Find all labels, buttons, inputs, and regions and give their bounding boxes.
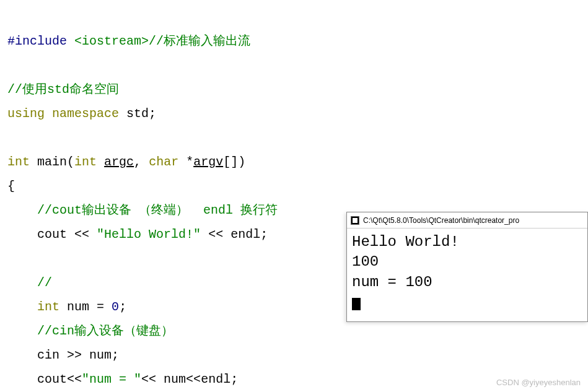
identifier-num: num [164,372,186,386]
identifier-cin: cin [37,348,59,362]
number-literal: 0 [112,300,119,314]
comment: // [37,276,52,290]
code-line: cout << "Hello World!" << endl; [7,227,268,242]
keyword-int: int [37,300,59,314]
terminal-titlebar[interactable]: C:\Qt\Qt5.8.0\Tools\QtCreator\bin\qtcrea… [347,212,587,229]
brace-open: { [7,179,15,193]
terminal-window[interactable]: C:\Qt\Qt5.8.0\Tools\QtCreator\bin\qtcrea… [346,212,588,322]
keyword-namespace: namespace [52,107,119,121]
terminal-title: C:\Qt\Qt5.8.0\Tools\QtCreator\bin\qtcrea… [363,216,519,225]
function-main: main [37,155,67,169]
identifier-num: num [67,300,89,314]
operator: >> [67,348,82,362]
operator: << [141,372,156,386]
code-line: using namespace std; [7,107,156,121]
param-argc: argc [104,155,134,169]
terminal-output[interactable]: Hello World! 100 num = 100 [347,229,587,321]
code-line: int num = 0; [7,300,126,314]
operator: << [74,227,89,242]
identifier-num: num [89,348,112,362]
code-line: cout<<"num = "<< num<<endl; [7,372,238,386]
identifier-std: std [126,107,149,121]
terminal-cursor [352,298,361,310]
include-header: <iostream> [74,34,149,48]
code-line: cin >> num; [7,348,119,362]
terminal-line: num = 100 [352,274,432,290]
code-line: int main(int argc, char *argv[]) [7,155,245,169]
comment: //cin输入设备（键盘） [37,324,173,338]
comment: //使用std命名空间 [7,82,119,97]
keyword-int: int [74,155,97,169]
identifier-cout: cout [37,372,67,386]
identifier-cout: cout [37,227,67,242]
comment: //cout输出设备 （终端） endl 换行符 [37,203,278,217]
terminal-icon [351,216,359,225]
code-line: #include <iostream>//标准输入输出流 [7,34,250,48]
comment: //标准输入输出流 [149,34,250,48]
identifier-endl: endl [201,372,230,386]
operator: << [208,227,223,242]
watermark: CSDN @yiyeyeshenlan [496,378,581,387]
string-literal: "Hello World!" [97,227,201,242]
code-editor[interactable]: #include <iostream>//标准输入输出流 //使用std命名空间… [0,0,588,392]
keyword-int: int [7,155,30,169]
operator: = [97,300,104,314]
string-literal: "num = " [82,372,141,386]
preprocessor: #include [7,34,67,48]
operator: << [67,372,82,386]
param-argv: argv [193,155,223,169]
operator: << [186,372,201,386]
keyword-char: char [149,155,178,169]
terminal-line: 100 [352,253,379,270]
keyword-using: using [7,107,45,121]
identifier-endl: endl [230,227,260,242]
terminal-line: Hello World! [352,233,459,250]
